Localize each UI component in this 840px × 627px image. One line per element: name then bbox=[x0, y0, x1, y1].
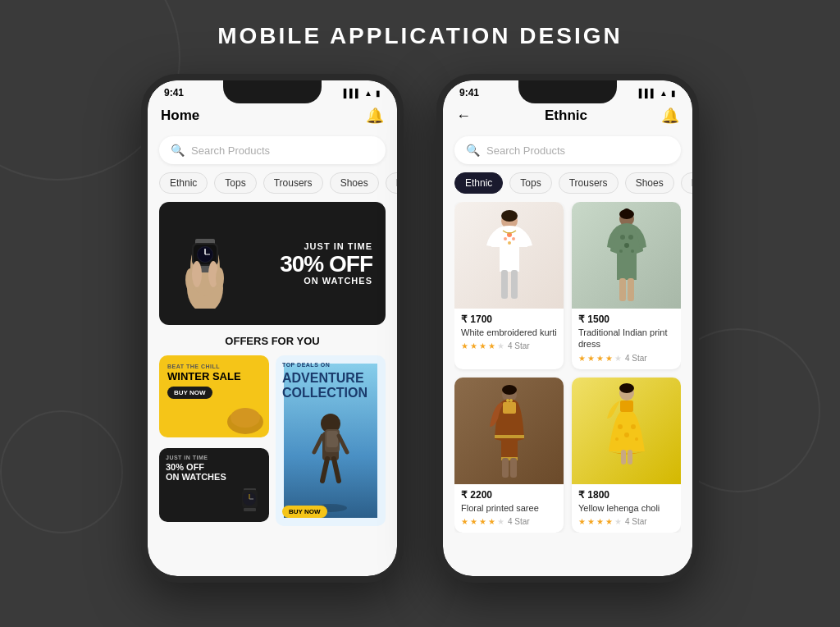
star-5: ★ bbox=[497, 341, 504, 350]
product-info-2: ₹ 1500 Traditional Indian print dress ★ … bbox=[572, 309, 681, 369]
chip-dres-1[interactable]: Dres bbox=[386, 172, 397, 194]
bell-icon-1[interactable]: 🔔 bbox=[366, 107, 384, 125]
offer1-small: BEAT THE CHILL bbox=[167, 364, 261, 369]
svg-rect-66 bbox=[621, 450, 626, 465]
svg-rect-53 bbox=[503, 402, 516, 414]
svg-line-21 bbox=[339, 436, 347, 452]
status-time-1: 9:41 bbox=[164, 87, 184, 98]
wool-icon bbox=[225, 401, 266, 434]
search-placeholder-1: Search Products bbox=[191, 144, 270, 157]
product-img-4 bbox=[572, 378, 681, 484]
product-img-2 bbox=[572, 202, 681, 309]
battery-icon-2: ▮ bbox=[671, 89, 676, 98]
categories-2: Ethnic Tops Trousers Shoes Dre bbox=[443, 172, 692, 202]
chip-ethnic-1[interactable]: Ethnic bbox=[159, 172, 208, 194]
chip-dre-2[interactable]: Dre bbox=[681, 172, 692, 194]
svg-point-32 bbox=[501, 210, 518, 222]
adventure-text: TOP DEALS ON ADVENTURE COLLECTION bbox=[282, 362, 386, 400]
svg-point-41 bbox=[623, 208, 630, 215]
product-stars-2: ★ ★ ★ ★ ★ 4 Star bbox=[578, 354, 674, 363]
categories-1: Ethnic Tops Trousers Shoes Dres bbox=[148, 172, 397, 202]
lehenga-figure bbox=[602, 382, 651, 480]
banner-bottom: ON WATCHES bbox=[246, 276, 372, 286]
chip-trousers-1[interactable]: Trousers bbox=[263, 172, 323, 194]
offers-grid: BEAT THE CHILL WINTER SALE BUY NOW bbox=[159, 355, 386, 526]
offer3-big: 30% OFFON WATCHES bbox=[166, 462, 262, 482]
product-info-4: ₹ 1800 Yellow lehenga choli ★ ★ ★ ★ ★ 4 … bbox=[572, 484, 681, 533]
dress-figure bbox=[602, 206, 651, 304]
star-8: ★ bbox=[596, 354, 604, 363]
saree-figure bbox=[485, 382, 534, 480]
banner-top: JUST IN TIME bbox=[246, 241, 372, 251]
offer-watches[interactable]: JUST IN TIME 30% OFFON WATCHES bbox=[159, 448, 269, 522]
banner-text: JUST IN TIME 30% OFF ON WATCHES bbox=[246, 241, 372, 286]
product-card-3[interactable]: ₹ 2200 Floral printed saree ★ ★ ★ ★ ★ 4 … bbox=[454, 378, 564, 533]
offers-title: OFFERS FOR YOU bbox=[148, 335, 397, 347]
star-4: ★ bbox=[488, 341, 495, 350]
product-name-1: White embroidered kurti bbox=[461, 327, 557, 338]
backpacker-illustration bbox=[298, 387, 363, 518]
nav-title-1: Home bbox=[161, 108, 199, 124]
chip-tops-1[interactable]: Tops bbox=[214, 172, 256, 194]
svg-point-62 bbox=[631, 424, 636, 429]
svg-point-63 bbox=[624, 432, 629, 437]
svg-point-45 bbox=[619, 249, 623, 253]
search-bar-2[interactable]: 🔍 Search Products bbox=[454, 136, 681, 164]
product-stars-4: ★ ★ ★ ★ ★ 4 Star bbox=[578, 517, 674, 526]
product-card-2[interactable]: ₹ 1500 Traditional Indian print dress ★ … bbox=[572, 202, 681, 369]
svg-point-15 bbox=[231, 408, 260, 428]
svg-rect-51 bbox=[495, 435, 524, 438]
bell-icon-2[interactable]: 🔔 bbox=[661, 107, 679, 125]
svg-rect-54 bbox=[502, 458, 509, 478]
product-img-1 bbox=[454, 202, 564, 309]
status-time-2: 9:41 bbox=[459, 87, 479, 98]
phone-1-screen: 9:41 ▌▌▌ ▲ ▮ Home 🔔 🔍 Search Products Et… bbox=[148, 80, 397, 576]
offer1-big: WINTER SALE bbox=[167, 371, 261, 382]
status-icons-2: ▌▌▌ ▲ ▮ bbox=[639, 89, 676, 98]
search-icon-1: 🔍 bbox=[171, 144, 185, 157]
svg-point-65 bbox=[635, 437, 638, 441]
product-img-3 bbox=[454, 378, 564, 484]
product-info-1: ₹ 1700 White embroidered kurti ★ ★ ★ ★ ★… bbox=[454, 309, 564, 357]
chip-tops-2[interactable]: Tops bbox=[509, 172, 551, 194]
star-10: ★ bbox=[614, 354, 622, 363]
offer-adventure[interactable]: TOP DEALS ON ADVENTURE COLLECTION BUY NO… bbox=[276, 355, 386, 526]
star-9: ★ bbox=[605, 354, 613, 363]
svg-point-44 bbox=[624, 243, 629, 248]
product-card-4[interactable]: ₹ 1800 Yellow lehenga choli ★ ★ ★ ★ ★ 4 … bbox=[572, 378, 681, 533]
offer2-btn[interactable]: BUY NOW bbox=[282, 506, 327, 518]
svg-rect-30 bbox=[244, 508, 256, 511]
product-name-2: Traditional Indian print dress bbox=[578, 327, 674, 350]
svg-point-56 bbox=[506, 399, 509, 402]
svg-point-13 bbox=[216, 268, 224, 289]
signal-icon-2: ▌▌▌ bbox=[639, 89, 656, 98]
chip-shoes-2[interactable]: Shoes bbox=[625, 172, 674, 194]
star-2: ★ bbox=[470, 341, 477, 350]
nav-bar-1: Home 🔔 bbox=[148, 102, 397, 131]
search-bar-1[interactable]: 🔍 Search Products bbox=[159, 136, 386, 164]
product-name-3: Floral printed saree bbox=[461, 502, 557, 514]
wifi-icon-2: ▲ bbox=[660, 89, 668, 98]
svg-point-50 bbox=[502, 385, 517, 395]
svg-line-22 bbox=[322, 459, 327, 481]
chip-trousers-2[interactable]: Trousers bbox=[559, 172, 619, 194]
chip-shoes-1[interactable]: Shoes bbox=[330, 172, 379, 194]
chip-ethnic-2[interactable]: Ethnic bbox=[454, 172, 503, 194]
product-rating-3: 4 Star bbox=[508, 517, 530, 526]
status-icons-1: ▌▌▌ ▲ ▮ bbox=[344, 89, 381, 98]
search-placeholder-2: Search Products bbox=[486, 144, 565, 157]
product-card-1[interactable]: ₹ 1700 White embroidered kurti ★ ★ ★ ★ ★… bbox=[454, 202, 564, 369]
star-3: ★ bbox=[479, 341, 486, 350]
offer2-small: TOP DEALS ON bbox=[282, 362, 386, 368]
product-price-2: ₹ 1500 bbox=[578, 314, 674, 325]
back-button[interactable]: ← bbox=[456, 108, 471, 125]
products-grid: ₹ 1700 White embroidered kurti ★ ★ ★ ★ ★… bbox=[454, 202, 681, 533]
phone-1: 9:41 ▌▌▌ ▲ ▮ Home 🔔 🔍 Search Products Et… bbox=[141, 74, 404, 583]
offer1-btn[interactable]: BUY NOW bbox=[167, 387, 212, 399]
phone-2: 9:41 ▌▌▌ ▲ ▮ ← Ethnic 🔔 🔍 Search Product… bbox=[436, 74, 699, 583]
product-name-4: Yellow lehenga choli bbox=[578, 502, 674, 514]
phone-2-screen: 9:41 ▌▌▌ ▲ ▮ ← Ethnic 🔔 🔍 Search Product… bbox=[443, 80, 692, 576]
offer-winter-sale[interactable]: BEAT THE CHILL WINTER SALE BUY NOW bbox=[159, 355, 269, 437]
product-info-3: ₹ 2200 Floral printed saree ★ ★ ★ ★ ★ 4 … bbox=[454, 484, 564, 533]
signal-icon: ▌▌▌ bbox=[344, 89, 361, 98]
